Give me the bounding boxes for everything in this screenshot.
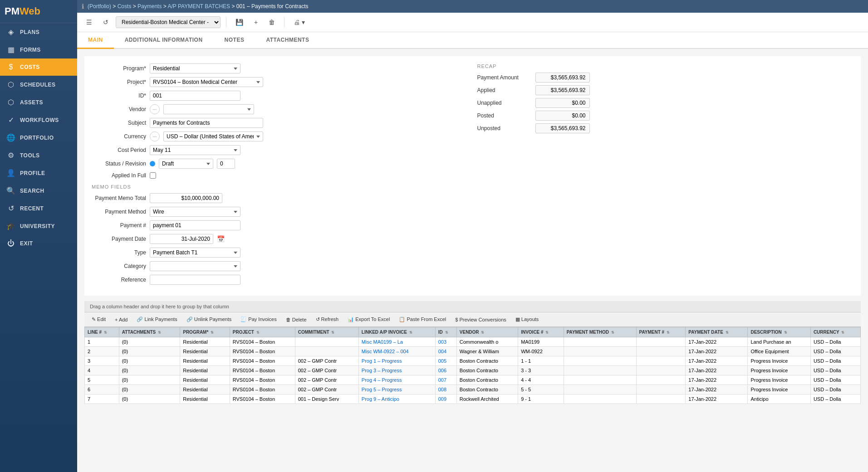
sidebar-item-university[interactable]: 🎓 UNIVERSITY [0, 217, 77, 235]
cell-description: Office Equipment [748, 347, 810, 356]
cell-payment-method [564, 394, 636, 404]
sidebar-item-search[interactable]: 🔍 SEARCH [0, 182, 77, 200]
profile-icon: 👤 [6, 169, 15, 177]
grid-add-button[interactable]: + Add [111, 316, 131, 324]
program-select[interactable]: Residential [150, 63, 240, 73]
id-input[interactable] [150, 91, 240, 101]
grid-pay-invoices-button[interactable]: 🧾 Pay Invoices [237, 315, 280, 324]
col-commitment[interactable]: COMMITMENT ⇅ [295, 327, 358, 337]
grid-unlink-payments-button[interactable]: 🔗 Unlink Payments [183, 315, 235, 324]
breadcrumb-payments[interactable]: Payments [137, 3, 162, 10]
col-attachments[interactable]: ATTACHMENTS ⇅ [119, 327, 180, 337]
cell-linked-invoice: Prog 9 – Anticipo [358, 394, 435, 404]
revision-input[interactable] [217, 159, 235, 169]
col-line[interactable]: LINE # ⇅ [85, 327, 119, 337]
status-select[interactable]: Draft [159, 159, 213, 169]
currency-ellipsis-button[interactable]: ··· [150, 131, 160, 141]
grid-refresh-button[interactable]: ↺ Refresh [312, 315, 343, 324]
col-payment-num[interactable]: PAYMENT # ⇅ [636, 327, 686, 337]
portfolio-icon: 🌐 [6, 133, 15, 142]
payment-memo-total-input[interactable] [150, 193, 222, 203]
col-payment-date[interactable]: PAYMENT DATE ⇅ [686, 327, 748, 337]
payment-method-label: Payment Method [92, 209, 146, 215]
tab-main[interactable]: MAIN [77, 32, 114, 49]
sidebar-item-label: RECENT [20, 205, 44, 212]
cell-currency: USD – Dolla [810, 337, 860, 347]
cell-linked-invoice: Prog 5 – Progress [358, 385, 435, 394]
col-linked-invoice[interactable]: LINKED A/P INVOICE ⇅ [358, 327, 435, 337]
col-description[interactable]: DESCRIPTION ⇅ [748, 327, 810, 337]
breadcrumb-costs[interactable]: Costs [118, 3, 132, 10]
sidebar-item-costs[interactable]: $ COSTS [0, 58, 77, 76]
sidebar-item-forms[interactable]: ▦ FORMS [0, 41, 77, 58]
vendor-ellipsis-button[interactable]: ··· [150, 104, 160, 114]
vendor-select[interactable] [163, 104, 254, 114]
grid-edit-button[interactable]: ✎ Edit [88, 315, 109, 324]
cell-commitment: 002 – GMP Contr [295, 366, 358, 375]
grid-layouts-button[interactable]: ▦ Layouts [512, 315, 543, 324]
cell-payment-num [636, 366, 686, 375]
grid-preview-conversions-button[interactable]: $ Preview Conversions [451, 316, 510, 324]
sidebar-item-recent[interactable]: ↺ RECENT [0, 200, 77, 217]
recap-payment-amount: Payment Amount $3,565,693.92 [477, 73, 854, 83]
applied-in-full-checkbox[interactable] [150, 172, 156, 179]
tab-attachments[interactable]: ATTACHMENTS [255, 32, 320, 49]
category-select[interactable] [150, 261, 240, 271]
sidebar-item-workflows[interactable]: ✓ WORKFLOWS [0, 111, 77, 129]
sidebar-item-tools[interactable]: ⚙ TOOLS [0, 146, 77, 164]
cell-attachments: (0) [119, 394, 180, 404]
save-button[interactable]: 💾 [232, 17, 247, 28]
tab-notes[interactable]: NOTES [214, 32, 255, 49]
add-button[interactable]: + [250, 17, 261, 28]
payment-date-input[interactable] [150, 234, 213, 244]
project-selector[interactable]: Residential-Boston Medical Center - [116, 16, 221, 28]
sidebar-item-profile[interactable]: 👤 PROFILE [0, 164, 77, 182]
col-vendor[interactable]: VENDOR ⇅ [456, 327, 518, 337]
payment-date-label: Payment Date [92, 236, 146, 242]
calendar-icon[interactable]: 📅 [217, 235, 225, 243]
cost-period-select[interactable]: May 11 [150, 145, 240, 155]
tab-additional[interactable]: ADDITIONAL INFORMATION [114, 32, 214, 49]
cell-linked-invoice: Misc WM-0922 – 004 [358, 347, 435, 356]
menu-button[interactable]: ☰ [83, 17, 96, 28]
sidebar-item-plans[interactable]: ◈ PLANS [0, 23, 77, 41]
cell-commitment [295, 337, 358, 347]
subject-input[interactable] [150, 118, 263, 128]
sidebar-item-exit[interactable]: ⏻ EXIT [0, 235, 77, 252]
category-row: Category [92, 261, 468, 271]
table-row: 5 (0) Residential RVS0104 – Boston 002 –… [85, 375, 861, 385]
grid-export-excel-button[interactable]: 📊 Export To Excel [344, 315, 393, 324]
cell-line: 1 [85, 337, 119, 347]
sidebar-item-schedules[interactable]: ⬡ SCHEDULES [0, 76, 77, 93]
sidebar-item-assets[interactable]: ⬡ ASSETS [0, 93, 77, 111]
info-icon: ℹ [82, 3, 84, 10]
type-select[interactable]: Payment Batch T1 [150, 248, 240, 258]
table-row: 7 (0) Residential RVS0104 – Boston 001 –… [85, 394, 861, 404]
col-id[interactable]: ID ⇅ [435, 327, 456, 337]
grid-link-payments-button[interactable]: 🔗 Link Payments [133, 315, 181, 324]
col-payment-method[interactable]: PAYMENT METHOD ⇅ [564, 327, 636, 337]
grid-paste-excel-button[interactable]: 📋 Paste From Excel [395, 315, 450, 324]
recap-value: $3,565,693.92 [535, 123, 590, 133]
project-select[interactable]: RVS0104 – Boston Medical Center [150, 77, 263, 87]
col-currency[interactable]: CURRENCY ⇅ [810, 327, 860, 337]
col-invoice-num[interactable]: INVOICE # ⇅ [518, 327, 564, 337]
currency-select[interactable]: USD – Dollar (United States of America) [163, 131, 263, 141]
sidebar-item-portfolio[interactable]: 🌐 PORTFOLIO [0, 129, 77, 146]
reference-input[interactable] [150, 275, 240, 285]
recap-label: Unposted [477, 125, 532, 131]
delete-button[interactable]: 🗑 [265, 17, 279, 28]
cell-linked-invoice: Prog 3 – Progress [358, 366, 435, 375]
payment-method-select[interactable]: Wire [150, 207, 240, 217]
breadcrumb-portfolio[interactable]: (Portfolio) [88, 3, 111, 10]
breadcrumb-ap-batches[interactable]: A/P PAYMENT BATCHES [167, 3, 230, 10]
col-program[interactable]: PROGRAM* ⇅ [180, 327, 230, 337]
col-project[interactable]: PROJECT ⇅ [230, 327, 295, 337]
print-button[interactable]: 🖨 ▾ [290, 17, 309, 28]
recap-value: $0.00 [535, 98, 590, 108]
cell-description: Land Purchase an [748, 337, 810, 347]
grid-delete-button[interactable]: 🗑 Delete [282, 316, 310, 324]
undo-button[interactable]: ↺ [99, 17, 112, 28]
payment-number-input[interactable] [150, 220, 240, 230]
cell-linked-invoice: Prog 4 – Progress [358, 375, 435, 385]
